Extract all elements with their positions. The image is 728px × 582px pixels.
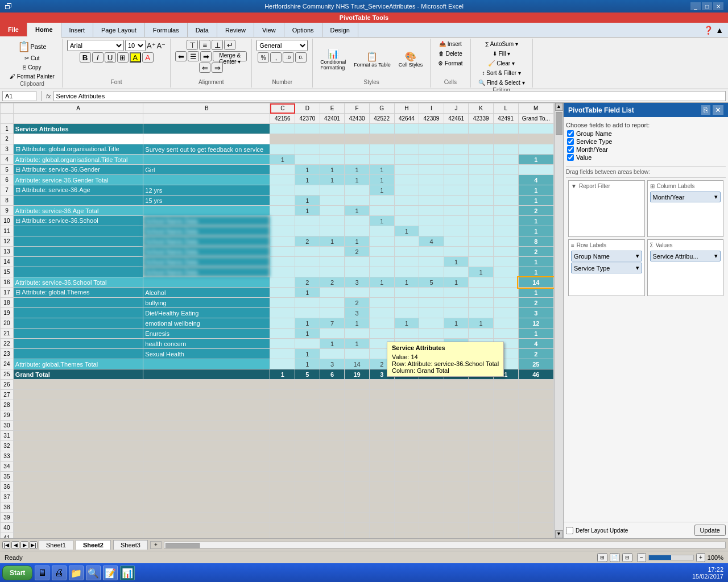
cell-16-b[interactable] [143,277,270,288]
cell-13-b[interactable]: School Name Data [143,247,270,257]
values-service-attrib-item[interactable]: Service Attribu... ▾ [650,251,721,261]
tab-formulas[interactable]: Formulas [145,23,188,37]
cell-24-d[interactable]: 1 [295,359,320,369]
empty-cell-27-7[interactable] [394,390,419,400]
scroll-thumb-v[interactable] [556,112,562,135]
cell-18-d[interactable] [295,298,320,308]
cell-14-l[interactable] [493,257,518,267]
cell-21-d[interactable]: 1 [295,329,320,339]
cell-11-j[interactable] [444,226,469,236]
empty-cell-41-8[interactable] [419,533,444,539]
empty-cell-26-4[interactable] [320,380,345,390]
cell-5-e[interactable]: 1 [320,165,345,175]
cell-11-a[interactable] [13,226,143,236]
cell-6-d[interactable]: 1 [295,175,320,185]
empty-cell-26-3[interactable] [295,380,320,390]
empty-cell-31-4[interactable] [320,431,345,441]
cell-13-j[interactable] [444,247,469,257]
col-header-m[interactable]: M [518,103,553,114]
empty-cell-28-6[interactable] [369,400,394,410]
empty-cell-36-0[interactable] [13,482,143,492]
empty-cell-27-1[interactable] [143,390,270,400]
empty-cell-35-10[interactable] [469,472,494,482]
cell-19-k[interactable] [469,308,494,318]
cell-6-f[interactable]: 1 [345,175,370,185]
cell-7-j[interactable] [444,185,469,196]
last-sheet-button[interactable]: ▶| [30,541,38,549]
empty-cell-39-12[interactable] [518,513,553,523]
cell-20-e[interactable]: 7 [320,318,345,329]
first-sheet-button[interactable]: |◀ [2,541,10,549]
col-header-c[interactable]: C [270,103,295,114]
cell-3-b[interactable]: Survey sent out to get feedback on servi… [143,144,270,155]
cell-styles-button[interactable]: 🎨 Cell Styles [396,49,426,69]
cell-15-e[interactable] [320,267,345,277]
cell-21-g[interactable] [369,329,394,339]
cell-3-m[interactable] [518,144,553,155]
empty-cell-27-5[interactable] [345,390,370,400]
empty-cell-32-11[interactable] [493,441,518,451]
empty-cell-27-11[interactable] [493,390,518,400]
empty-cell-36-12[interactable] [518,482,553,492]
cell-9-h[interactable] [394,206,419,216]
empty-cell-32-10[interactable] [469,441,494,451]
cell-2-d[interactable] [295,134,320,144]
cell-8-g[interactable] [369,196,394,206]
cell-8-e[interactable] [320,196,345,206]
cell-8-d[interactable]: 1 [295,196,320,206]
align-left-button[interactable]: ⬅ [175,51,187,61]
tab-review[interactable]: Review [217,23,254,37]
cell-7-l[interactable] [493,185,518,196]
cell-22-d[interactable] [295,339,320,349]
cell-19-c[interactable] [270,308,295,318]
cell-8-h[interactable] [394,196,419,206]
cell-23-a[interactable] [13,349,143,359]
empty-cell-33-6[interactable] [369,451,394,462]
row-service-type-dropdown[interactable]: ▾ [636,264,639,272]
cell-15-k[interactable]: 1 [469,267,494,277]
empty-cell-37-10[interactable] [469,492,494,502]
cell-17-c[interactable] [270,288,295,298]
row-group-name-item[interactable]: Group Name ▾ [571,251,642,261]
taskbar-icon-2[interactable]: 🖨 [52,566,67,580]
cell-15-d[interactable] [295,267,320,277]
cell-7-d[interactable] [295,185,320,196]
cell-18-j[interactable] [444,298,469,308]
empty-cell-41-7[interactable] [394,533,419,539]
name-box[interactable]: A1 [2,91,36,101]
cell-14-a[interactable] [13,257,143,267]
empty-cell-28-1[interactable] [143,400,270,410]
cell-3-a[interactable]: ⊟ Attribute: global.organisational.Title [13,144,143,155]
cell-8-f[interactable] [345,196,370,206]
cell-6-e[interactable]: 1 [320,175,345,185]
defer-layout-checkbox[interactable] [566,527,573,534]
empty-cell-28-5[interactable] [345,400,370,410]
empty-cell-31-10[interactable] [469,431,494,441]
cell-15-i[interactable] [419,267,444,277]
empty-cell-31-9[interactable] [444,431,469,441]
empty-cell-37-4[interactable] [320,492,345,502]
empty-cell-39-1[interactable] [143,513,270,523]
cell-20-h[interactable]: 1 [394,318,419,329]
empty-cell-34-10[interactable] [469,462,494,472]
empty-cell-41-1[interactable] [143,533,270,539]
cell-10-f[interactable] [345,216,370,226]
cell-14-g[interactable] [369,257,394,267]
cell-20-g[interactable] [369,318,394,329]
empty-cell-38-9[interactable] [444,502,469,513]
empty-cell-27-12[interactable] [518,390,553,400]
empty-cell-35-8[interactable] [419,472,444,482]
cell-16-g[interactable]: 1 [369,277,394,288]
cell-14-f[interactable] [345,257,370,267]
empty-cell-33-12[interactable] [518,451,553,462]
cell-12-l[interactable] [493,236,518,247]
cell-10-d[interactable] [295,216,320,226]
page-break-view-button[interactable]: ⊟ [622,553,632,562]
empty-cell-38-6[interactable] [369,502,394,513]
cell-10-b[interactable]: School Name Data [143,216,270,226]
empty-cell-28-10[interactable] [469,400,494,410]
cell-8-c[interactable] [270,196,295,206]
cell-2-b[interactable] [143,134,270,144]
find-select-button[interactable]: 🔍 Find & Select ▾ [475,78,528,87]
cell-20-d[interactable]: 1 [295,318,320,329]
